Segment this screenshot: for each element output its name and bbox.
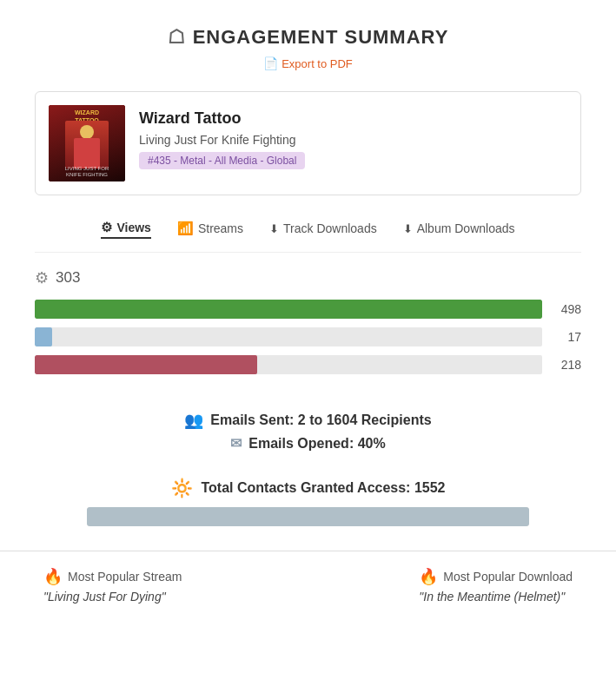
album-card: WIZARDTATTOO LIVING JUST FORKNIFE FIGHTI… [35,91,581,195]
popular-download-label: 🔥 Most Popular Download [419,567,573,586]
bar-fill-red [35,355,257,374]
tab-views[interactable]: ⚙ Views [101,220,150,239]
bar-chart: 498 17 218 [35,300,581,374]
album-name: Wizard Tattoo [139,109,305,128]
popular-section: 🔥 Most Popular Stream "Living Just For D… [0,551,616,621]
people-icon: 👥 [184,411,203,430]
tab-streams[interactable]: 📶 Streams [177,221,243,238]
fire-icon-download: 🔥 [419,567,438,586]
bar-value-blue: 17 [551,330,581,344]
stats-count: 303 [56,269,80,287]
email-section: 👥 Emails Sent: 2 to 1604 Recipients ✉ Em… [0,400,616,460]
page-title: ☖ ENGAGEMENT SUMMARY [0,26,616,49]
album-download-icon: ⬇ [403,222,413,235]
fire-icon-stream: 🔥 [43,567,63,586]
track-download-icon: ⬇ [269,222,279,235]
bar-row-blue: 17 [35,327,581,346]
pdf-icon: 📄 [263,56,278,70]
views-icon: ⚙ [101,220,112,235]
contacts-bar-fill [87,507,529,526]
stats-section: ⚙ 303 498 17 218 [0,253,616,400]
album-cover-image: WIZARDTATTOO LIVING JUST FORKNIFE FIGHTI… [49,105,125,181]
album-info: Wizard Tattoo Living Just For Knife Figh… [139,105,305,169]
bar-chart-icon: ☖ [168,26,186,49]
album-artist: Living Just For Knife Fighting [139,133,305,147]
contacts-line: 🔆 Total Contacts Granted Access: 1552 [35,478,581,498]
popular-download: 🔥 Most Popular Download "In the Meantime… [419,567,573,604]
tab-track-downloads[interactable]: ⬇ Track Downloads [269,221,377,237]
emails-sent-line: 👥 Emails Sent: 2 to 1604 Recipients [35,411,581,430]
stats-gear-icon: ⚙ [35,268,49,287]
popular-stream-label: 🔥 Most Popular Stream [43,567,182,586]
emails-opened-line: ✉ Emails Opened: 40% [35,435,581,452]
bar-track-green [35,300,542,319]
page-header: ☖ ENGAGEMENT SUMMARY 📄 Export to PDF [0,17,616,76]
contacts-icon: 🔆 [171,478,193,498]
envelope-icon: ✉ [230,435,242,452]
bar-row-green: 498 [35,300,581,319]
popular-download-title: "In the Meantime (Helmet)" [419,590,573,604]
bar-fill-blue [35,327,52,346]
bar-row-red: 218 [35,355,581,374]
popular-stream-title: "Living Just For Dying" [43,590,182,604]
contacts-bar-track [87,507,529,526]
tabs-row: ⚙ Views 📶 Streams ⬇ Track Downloads ⬇ Al… [35,211,581,253]
bar-fill-green [35,300,542,319]
album-badge: #435 - Metal - All Media - Global [139,152,305,169]
bar-track-blue [35,327,542,346]
export-pdf-link[interactable]: 📄 Export to PDF [263,56,353,70]
tab-album-downloads[interactable]: ⬇ Album Downloads [403,221,515,237]
bar-value-green: 498 [551,302,581,316]
bar-value-red: 218 [551,358,581,372]
streams-icon: 📶 [177,221,194,236]
contacts-section: 🔆 Total Contacts Granted Access: 1552 [0,460,616,533]
stats-count-row: ⚙ 303 [35,268,581,287]
bar-track-red [35,355,542,374]
popular-stream: 🔥 Most Popular Stream "Living Just For D… [43,567,182,604]
